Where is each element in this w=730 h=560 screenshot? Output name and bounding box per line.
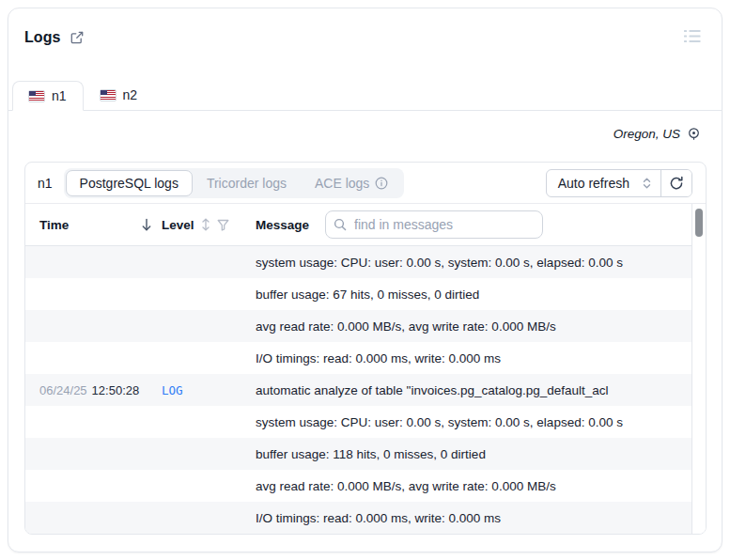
log-row: I/O timings: read: 0.000 ms, write: 0.00…: [25, 502, 691, 534]
ace-logs-button[interactable]: ACE logs: [301, 170, 402, 196]
filter-icon[interactable]: [217, 219, 229, 231]
tricorder-logs-button[interactable]: Tricorder logs: [193, 170, 301, 196]
logs-panel: n1 PostgreSQL logs Tricorder logs ACE lo…: [24, 162, 707, 535]
sort-descending-icon[interactable]: [141, 218, 152, 231]
tab-label: n2: [123, 87, 138, 102]
log-row: 06/24/2512:50:28 LOG automatic analyze o…: [25, 374, 691, 406]
log-message: automatic analyze of table "invoices.pg_…: [256, 383, 691, 397]
logs-table: Time Level: [25, 204, 706, 534]
log-date: 06/24/25: [39, 383, 87, 397]
refresh-icon: [669, 176, 684, 191]
refresh-button[interactable]: [661, 170, 691, 196]
log-message: buffer usage: 118 hits, 0 misses, 0 dirt…: [256, 447, 691, 461]
log-row: buffer usage: 67 hits, 0 misses, 0 dirti…: [25, 278, 691, 310]
log-row: buffer usage: 118 hits, 0 misses, 0 dirt…: [25, 438, 691, 470]
instance-tabbar: n1 n2: [8, 80, 722, 111]
log-message: I/O timings: read: 0.000 ms, write: 0.00…: [256, 351, 691, 366]
refresh-controls: Auto refresh: [546, 169, 692, 197]
tab-n1[interactable]: n1: [12, 81, 84, 111]
log-row: I/O timings: read: 0.000 ms, write: 0.00…: [25, 342, 691, 374]
log-rows: system usage: CPU: user: 0.00 s, system:…: [25, 246, 691, 534]
tab-label: n1: [52, 88, 67, 103]
sort-icon[interactable]: [201, 218, 210, 231]
us-flag-icon: [101, 90, 116, 101]
scrollbar-track[interactable]: [691, 204, 706, 534]
logs-toolbar: n1 PostgreSQL logs Tricorder logs ACE lo…: [25, 163, 706, 204]
logs-card: Logs n1 n2: [8, 8, 722, 552]
page-title: Logs: [24, 29, 61, 46]
log-message: avg read rate: 0.000 MB/s, avg write rat…: [256, 319, 691, 334]
column-message: Message: [256, 210, 691, 239]
log-row: system usage: CPU: user: 0.00 s, system:…: [25, 406, 691, 438]
info-icon: [375, 177, 388, 190]
column-level[interactable]: Level: [162, 218, 256, 232]
search-field: [325, 210, 543, 239]
log-row: avg read rate: 0.000 MB/s, avg write rat…: [25, 470, 691, 502]
log-time: 12:50:28: [92, 383, 140, 397]
column-time[interactable]: Time: [25, 218, 162, 232]
tab-n2[interactable]: n2: [84, 80, 155, 110]
chevron-up-down-icon: [643, 178, 651, 189]
search-input[interactable]: [325, 210, 543, 239]
log-message: I/O timings: read: 0.000 ms, write: 0.00…: [256, 511, 691, 525]
log-row: avg read rate: 0.000 MB/s, avg write rat…: [25, 310, 691, 342]
location-icon: [687, 127, 701, 141]
log-row: system usage: CPU: user: 0.00 s, system:…: [25, 246, 691, 278]
log-message: avg read rate: 0.000 MB/s, avg write rat…: [256, 479, 691, 493]
region-row: Oregon, US: [8, 111, 722, 156]
postgresql-logs-button[interactable]: PostgreSQL logs: [66, 170, 193, 196]
log-level: LOG: [162, 383, 256, 397]
log-message: system usage: CPU: user: 0.00 s, system:…: [256, 415, 691, 429]
log-source-switcher: PostgreSQL logs Tricorder logs ACE logs: [64, 168, 405, 198]
log-message: buffer usage: 67 hits, 0 misses, 0 dirti…: [256, 288, 691, 302]
auto-refresh-select[interactable]: Auto refresh: [547, 170, 660, 196]
instance-label: n1: [38, 176, 53, 191]
log-message: system usage: CPU: user: 0.00 s, system:…: [256, 256, 691, 270]
region-label: Oregon, US: [614, 127, 680, 141]
us-flag-icon: [29, 91, 44, 101]
list-icon[interactable]: [684, 29, 701, 43]
search-icon: [334, 218, 347, 231]
card-header: Logs: [8, 8, 722, 52]
scrollbar-thumb[interactable]: [695, 209, 703, 237]
external-link-icon[interactable]: [70, 30, 85, 45]
table-header: Time Level: [25, 204, 691, 246]
